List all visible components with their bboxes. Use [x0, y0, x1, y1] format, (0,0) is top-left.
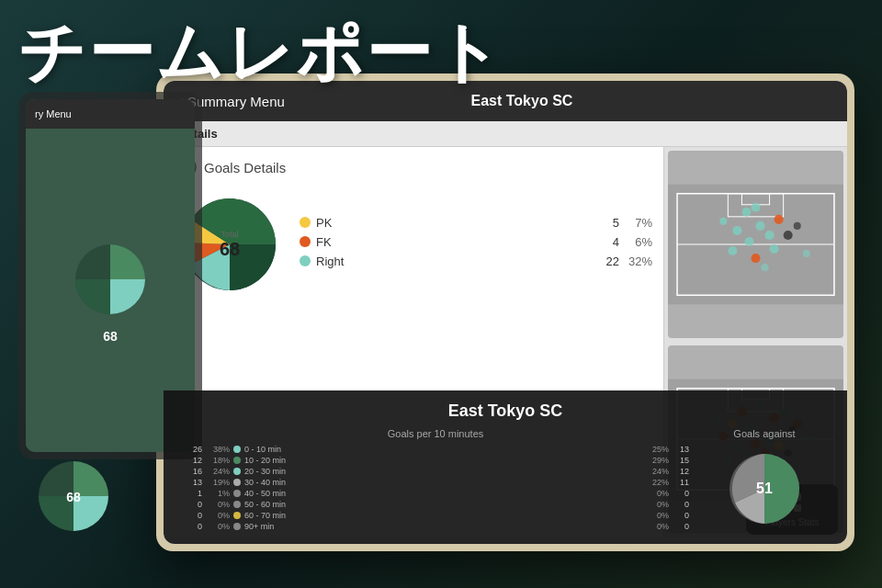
pie-total-text: Total [220, 230, 240, 239]
time-color-dot [233, 468, 241, 475]
legend-item-pk: PK 5 7% [300, 216, 652, 230]
pie-total-num: 68 [220, 239, 240, 259]
svg-point-20 [770, 244, 779, 254]
pk-name: PK [316, 216, 595, 230]
goals-legend: PK 5 7% FK 4 6% Right [300, 216, 652, 274]
time-rows-container: 26 38% 0 - 10 min 25% 13 12 18% 10 - 20 … [182, 445, 689, 531]
time-right-pct: 0% [645, 500, 669, 509]
fk-count: 4 [601, 235, 619, 249]
time-color-dot [233, 501, 241, 508]
right-dot [300, 255, 311, 266]
right-name: Right [316, 254, 595, 268]
top-field-diagram [668, 151, 843, 338]
pk-dot [300, 217, 311, 228]
goals-per-10-section: Goals per 10 minutes 26 38% 0 - 10 min 2… [182, 428, 689, 533]
overlay-card: East Tokyo SC Goals per 10 minutes 26 38… [164, 390, 847, 544]
time-left-num: 12 [182, 456, 202, 465]
time-color-dot [233, 512, 241, 519]
page-title: チームレポート [18, 9, 503, 97]
time-right-pct: 0% [645, 511, 669, 520]
time-left-num: 0 [182, 522, 202, 531]
bottom-left-pie: 68 [37, 459, 110, 533]
time-period-label: 30 - 40 min [244, 478, 641, 487]
against-pie-total: 51 [756, 481, 773, 497]
time-right-pct: 25% [645, 445, 669, 454]
bg-total-num: 68 [103, 329, 118, 344]
svg-point-23 [794, 222, 801, 230]
device-wrapper: ‹ Summary Menu East Tokyo SC Details [156, 74, 854, 551]
bg-pie-chart [74, 243, 147, 316]
time-color-dot [233, 446, 241, 453]
time-left-pct: 1% [206, 489, 230, 498]
time-right-pct: 24% [645, 467, 669, 476]
bottom-pie-num: 68 [66, 490, 81, 504]
time-left-num: 0 [182, 511, 202, 520]
svg-point-26 [803, 250, 810, 257]
time-left-pct: 0% [206, 522, 230, 531]
time-right-pct: 0% [645, 522, 669, 531]
pie-total-label: Total 68 [220, 230, 240, 260]
time-left-num: 0 [182, 500, 202, 509]
time-period-label: 10 - 20 min [244, 456, 641, 465]
time-row: 26 38% 0 - 10 min 25% 13 [182, 445, 689, 454]
time-right-num: 12 [673, 467, 689, 476]
time-color-dot [233, 523, 241, 530]
time-period-label: 90+ min [244, 522, 641, 531]
goals-against-pie: 51 [728, 452, 801, 526]
svg-point-19 [784, 231, 793, 240]
right-count: 22 [601, 254, 619, 268]
goals-against-title: Goals against [733, 428, 795, 439]
time-left-pct: 18% [206, 456, 230, 465]
time-left-num: 1 [182, 489, 202, 498]
goals-details-title: Goals Details [204, 160, 286, 175]
time-color-dot [233, 490, 241, 497]
bg-nav-text: ry Menu [35, 108, 72, 119]
goals-per-10-title: Goals per 10 minutes [182, 428, 689, 439]
svg-point-25 [762, 264, 769, 271]
time-right-pct: 0% [645, 489, 669, 498]
time-row: 12 18% 10 - 20 min 29% 15 [182, 456, 689, 465]
time-period-label: 40 - 50 min [244, 489, 641, 498]
legend-item-right: Right 22 32% [300, 254, 652, 268]
time-right-num: 15 [673, 456, 689, 465]
bottom-pie-svg: 68 [37, 459, 110, 533]
svg-point-13 [756, 221, 765, 231]
time-color-dot [233, 457, 241, 464]
time-row: 13 19% 30 - 40 min 22% 11 [182, 478, 689, 487]
app-screen: ‹ Summary Menu East Tokyo SC Details [164, 81, 847, 544]
svg-point-14 [751, 203, 760, 212]
goals-against-section: Goals against 51 [700, 428, 829, 533]
time-left-pct: 0% [206, 500, 230, 509]
time-period-label: 20 - 30 min [244, 467, 641, 476]
svg-point-15 [765, 231, 775, 240]
bg-nav: ry Menu [26, 99, 195, 129]
time-row: 0 0% 60 - 70 min 0% 0 [182, 511, 689, 520]
goals-details-row: Total 68 PK 5 7% [175, 189, 652, 300]
time-period-label: 0 - 10 min [244, 445, 641, 454]
time-left-pct: 0% [206, 511, 230, 520]
details-bar: Details [164, 121, 847, 147]
legend-item-fk: FK 4 6% [300, 235, 652, 249]
time-left-pct: 24% [206, 467, 230, 476]
svg-point-21 [728, 246, 737, 255]
fk-dot [300, 236, 311, 247]
right-pct: 32% [625, 254, 652, 268]
time-right-num: 11 [673, 478, 689, 487]
fk-name: FK [316, 235, 595, 249]
svg-point-16 [732, 226, 741, 235]
time-color-dot [233, 479, 241, 486]
time-right-num: 0 [673, 500, 689, 509]
time-right-num: 13 [673, 445, 689, 454]
time-left-pct: 19% [206, 478, 230, 487]
time-right-num: 0 [673, 511, 689, 520]
overlay-team-name: East Tokyo SC [178, 401, 832, 421]
time-left-num: 26 [182, 445, 202, 454]
time-left-num: 16 [182, 467, 202, 476]
time-row: 16 24% 20 - 30 min 24% 12 [182, 467, 689, 476]
time-right-num: 0 [673, 522, 689, 531]
time-period-label: 60 - 70 min [244, 511, 641, 520]
svg-point-17 [775, 215, 784, 224]
time-period-label: 50 - 60 min [244, 500, 641, 509]
time-right-pct: 22% [645, 478, 669, 487]
svg-point-12 [741, 208, 751, 217]
